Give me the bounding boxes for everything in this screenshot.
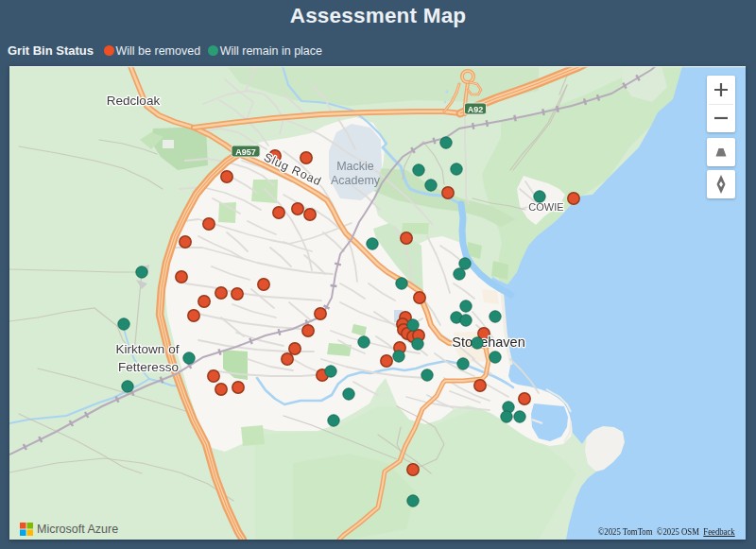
svg-text:Kirktown of: Kirktown of (116, 342, 180, 356)
svg-text:COWIE: COWIE (528, 201, 563, 213)
svg-text:Academy: Academy (331, 174, 381, 187)
svg-text:A957: A957 (235, 147, 256, 157)
svg-text:Stonehaven: Stonehaven (452, 335, 524, 350)
svg-text:Fetteresso: Fetteresso (118, 360, 179, 374)
svg-text:Mackie: Mackie (336, 160, 374, 173)
svg-text:Redcloak: Redcloak (107, 94, 161, 108)
svg-text:A92: A92 (468, 105, 484, 114)
